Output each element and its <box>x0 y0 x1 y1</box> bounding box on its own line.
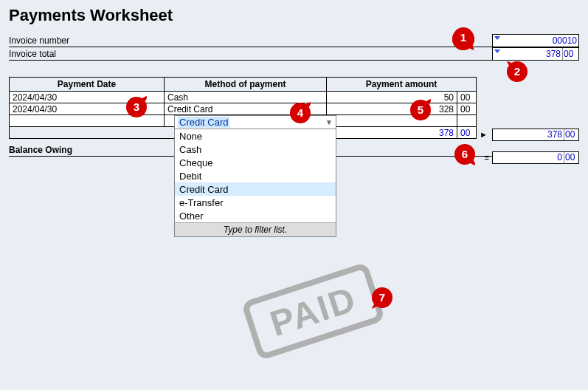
callout-2: 2 <box>505 59 530 84</box>
invoice-number-row: Invoice number 00010 <box>9 34 579 47</box>
callout-4: 4 <box>288 100 313 126</box>
cell-amount-main[interactable]: 328 <box>327 103 457 115</box>
balance-main: 0 <box>493 152 564 163</box>
invoice-total-main: 378 <box>546 48 562 60</box>
col-header-date[interactable]: Payment Date <box>10 78 165 92</box>
equals-icon: = <box>485 154 489 162</box>
side-total-field[interactable]: 378 00 <box>492 129 579 141</box>
total-cents: 00 <box>457 127 477 139</box>
table-row[interactable]: 2024/04/30 Credit Card 328 00 <box>10 103 477 115</box>
header-section: Invoice number 00010 Invoice total 378 0… <box>9 34 579 61</box>
arrow-right-icon: ► <box>480 130 488 139</box>
callout-3: 3 <box>124 95 149 120</box>
dropdown-icon[interactable] <box>494 49 500 53</box>
callout-5: 5 <box>408 98 433 123</box>
method-dropdown[interactable]: Credit Card ▼ None Cash Cheque Debit Cre… <box>174 115 336 237</box>
cell-amount-cents[interactable]: 00 <box>457 92 477 103</box>
balance-field[interactable]: 0 00 <box>492 151 579 164</box>
invoice-total-cents: 00 <box>562 48 577 60</box>
callout-7: 7 <box>370 285 395 310</box>
invoice-number-value: 00010 <box>553 35 577 46</box>
cell-amount-cents[interactable]: 00 <box>457 103 477 115</box>
invoice-number-label: Invoice number <box>9 35 97 46</box>
col-header-method[interactable]: Method of payment <box>165 78 327 92</box>
invoice-number-field[interactable]: 00010 <box>492 34 579 47</box>
paid-stamp: PAID <box>241 261 386 360</box>
callout-6: 6 <box>452 142 477 167</box>
dropdown-option[interactable]: e-Transfer <box>175 196 336 209</box>
dropdown-selected-text: Credit Card <box>178 117 229 128</box>
dropdown-option[interactable]: Debit <box>175 169 336 182</box>
side-total-cents: 00 <box>564 129 578 140</box>
chevron-down-icon[interactable]: ▼ <box>325 118 333 126</box>
side-total-main: 378 <box>493 129 564 140</box>
dropdown-option[interactable]: None <box>175 129 336 143</box>
page-title: Payments Worksheet <box>0 0 588 28</box>
callout-1: 1 <box>451 27 476 52</box>
balance-label: Balance Owing <box>9 145 72 155</box>
table-row[interactable]: 2024/04/30 Cash 50 00 <box>10 92 477 103</box>
cell-amount-main[interactable]: 50 <box>327 92 457 103</box>
dropdown-option[interactable]: Cash <box>175 143 336 156</box>
balance-cents: 00 <box>564 152 578 163</box>
invoice-total-label: Invoice total <box>9 49 97 59</box>
dropdown-filter-hint: Type to filter list. <box>175 222 336 236</box>
dropdown-option[interactable]: Cheque <box>175 156 336 169</box>
dropdown-option[interactable]: Other <box>175 209 336 222</box>
invoice-total-field[interactable]: 378 00 <box>492 47 579 60</box>
col-header-amount[interactable]: Payment amount <box>327 78 477 92</box>
invoice-total-row: Invoice total 378 00 <box>9 47 579 61</box>
dropdown-icon[interactable] <box>494 36 500 40</box>
total-main: 378 <box>327 127 457 139</box>
dropdown-option[interactable]: Credit Card <box>175 182 336 196</box>
